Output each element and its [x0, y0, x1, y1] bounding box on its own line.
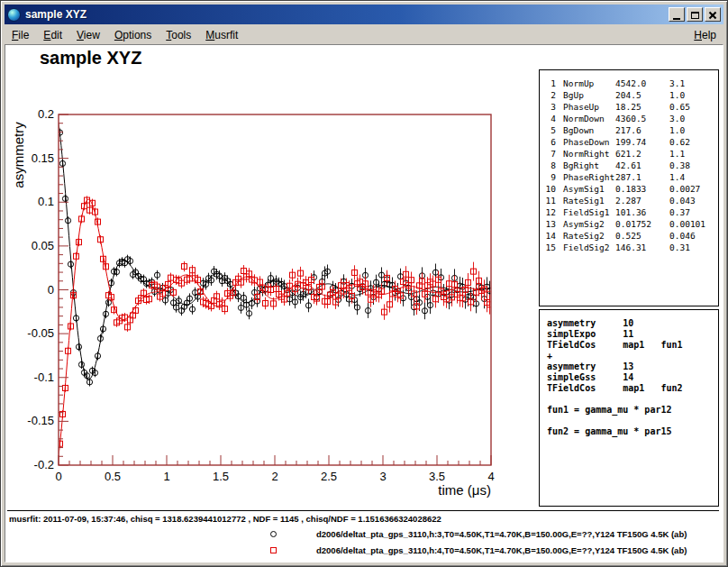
close-icon	[708, 11, 717, 20]
param-row-PhaseDown: 6PhaseDown199.740.62	[541, 136, 716, 148]
param-row-BgUp: 2BgUp204.51.0	[541, 89, 716, 101]
root-canvas[interactable]: sample XYZ 00.511.522.533.54-0.2-0.15-0.…	[5, 44, 723, 562]
x-tick-label: 4	[487, 470, 494, 483]
y-tick-label: 0.1	[38, 195, 54, 208]
menu-item-view[interactable]: View	[69, 27, 107, 43]
theory-box: asymmetry 10 simplExpo 11 TFieldCos map1…	[539, 309, 719, 507]
data-series-0	[57, 123, 492, 387]
x-axis: 00.511.522.533.54	[55, 455, 494, 483]
x-tick-label: 0	[55, 470, 61, 483]
menu-item-tools[interactable]: Tools	[159, 27, 198, 43]
parameter-box: 1NormUp4542.03.12BgUp204.51.03PhaseUp18.…	[539, 69, 719, 306]
x-tick-label: 3.5	[429, 470, 445, 483]
y-tick-label: -0.1	[34, 370, 54, 384]
y-tick-label: 0	[48, 283, 54, 297]
param-row-FieldSig2: 15FieldSig2146.310.31	[541, 242, 716, 253]
y-axis-title: asymmetry	[11, 122, 26, 188]
param-row-BgDown: 5BgDown217.61.0	[541, 124, 716, 136]
y-tick-label: 0.05	[32, 239, 54, 252]
param-row-NormUp: 1NormUp4542.03.1	[541, 78, 716, 89]
y-tick-label: -0.15	[27, 414, 54, 427]
minimize-button[interactable]	[669, 7, 685, 22]
plot-frame	[59, 114, 491, 465]
titlebar[interactable]: sample XYZ	[5, 5, 723, 24]
menu-item-options[interactable]: Options	[107, 27, 159, 43]
plot-canvas[interactable]: 00.511.522.533.54-0.2-0.15-0.1-0.0500.05…	[5, 45, 537, 510]
x-tick-label: 1	[163, 470, 169, 483]
x-tick-label: 2.5	[321, 470, 337, 483]
fit-line-1	[59, 199, 491, 455]
param-row-PhaseUp: 3PhaseUp18.250.65	[541, 101, 716, 113]
param-row-AsymSig2: 13AsymSig20.017520.00101	[541, 218, 716, 230]
x-tick-label: 1.5	[213, 470, 229, 483]
app-icon	[7, 8, 21, 22]
param-row-RateSig1: 11RateSig12.2870.043	[541, 195, 716, 206]
y-tick-label: -0.05	[27, 326, 54, 340]
y-tick-label: -0.2	[34, 458, 54, 471]
legend-row-0: d2006/deltat_pta_gps_3110,h:3,T0=4.50K,T…	[270, 528, 687, 539]
param-row-BgRight: 8BgRight42.610.38	[541, 160, 716, 171]
param-row-RateSig2: 14RateSig20.5250.046	[541, 230, 716, 242]
maximize-icon	[691, 12, 699, 19]
y-tick-label: 0.15	[32, 151, 54, 165]
x-tick-label: 2	[271, 470, 278, 483]
menubar-right: Help	[687, 27, 723, 43]
window-title: sample XYZ	[25, 8, 669, 21]
legend-label: d2006/deltat_pta_gps_3110,h:3,T0=4.50K,T…	[316, 529, 687, 539]
legend-circle-icon	[270, 531, 277, 537]
menu-item-help[interactable]: Help	[687, 27, 723, 43]
menu-item-musrfit[interactable]: Musrfit	[198, 27, 245, 43]
param-row-AsymSig1: 10AsymSig10.18330.0027	[541, 183, 716, 195]
footer-divider	[7, 510, 719, 511]
y-tick-label: 0.2	[38, 107, 54, 121]
data-series-1	[58, 196, 493, 455]
menu-item-edit[interactable]: Edit	[36, 27, 69, 43]
maximize-button[interactable]	[687, 7, 703, 22]
menu-item-file[interactable]: File	[5, 27, 36, 43]
fit-line-0	[59, 123, 491, 380]
menubar: FileEditViewOptionsToolsMusrfit Help	[5, 25, 723, 44]
app-window: sample XYZ FileEditViewOptionsToolsMusrf…	[0, 0, 728, 567]
window-controls	[669, 7, 721, 22]
param-row-NormDown: 4NormDown4360.53.0	[541, 113, 716, 124]
legend-square-icon	[270, 547, 277, 553]
parameter-rows: 1NormUp4542.03.12BgUp204.51.03PhaseUp18.…	[541, 78, 716, 253]
x-axis-title: time (μs)	[438, 482, 491, 498]
x-tick-label: 0.5	[105, 470, 121, 483]
param-row-NormRight: 7NormRight621.21.1	[541, 148, 716, 160]
minimize-icon	[673, 18, 680, 20]
x-tick-label: 3	[379, 470, 386, 483]
param-row-FieldSig1: 12FieldSig1101.360.37	[541, 206, 716, 218]
theory-block: asymmetry 10 simplExpo 11 TFieldCos map1…	[540, 310, 718, 437]
close-button[interactable]	[705, 7, 721, 22]
menubar-left: FileEditViewOptionsToolsMusrfit	[5, 27, 687, 43]
param-row-PhaseRight: 9PhaseRight287.11.4	[541, 171, 716, 183]
legend-row-1: d2006/deltat_pta_gps_3110,h:4,T0=4.50K,T…	[270, 544, 687, 555]
legend-label: d2006/deltat_pta_gps_3110,h:4,T0=4.50K,T…	[316, 545, 687, 555]
status-text: musrfit: 2011-07-09, 15:37:46, chisq = 1…	[9, 514, 441, 524]
